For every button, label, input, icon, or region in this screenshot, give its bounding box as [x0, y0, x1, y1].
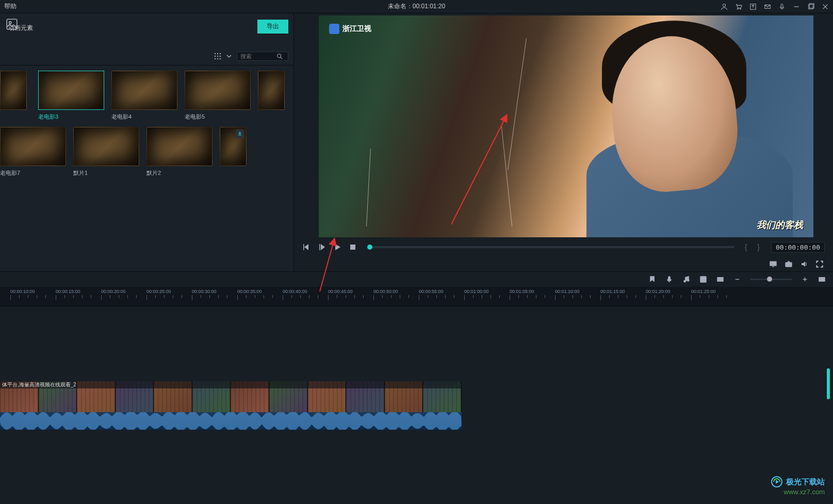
- timeline-tracks[interactable]: 体平台,海量高清视频在线观看_2: [0, 306, 833, 502]
- mark-brackets[interactable]: { }: [745, 243, 764, 251]
- effect-thumb[interactable]: [258, 71, 289, 121]
- svg-point-2: [740, 8, 741, 9]
- close-icon[interactable]: [822, 3, 829, 10]
- svg-rect-31: [819, 278, 825, 282]
- track-end-marker[interactable]: [827, 368, 830, 399]
- effects-grid: 老电影3老电影4老电影5老电影7默片1默片2: [0, 66, 293, 271]
- effect-thumb[interactable]: 老电影7: [0, 127, 66, 177]
- marker-icon[interactable]: [648, 275, 656, 283]
- ruler-label: 00:00:55:00: [419, 289, 444, 294]
- svg-point-28: [687, 280, 689, 282]
- zoom-out-icon[interactable]: [733, 275, 741, 283]
- audio-track[interactable]: [0, 412, 462, 430]
- play-icon[interactable]: [333, 243, 341, 251]
- effect-label: 默片2: [146, 169, 213, 177]
- preview-slider[interactable]: [367, 246, 734, 248]
- effect-label: 默片1: [73, 169, 139, 177]
- svg-rect-5: [781, 4, 783, 7]
- svg-point-19: [277, 54, 281, 58]
- preview-panel: 浙江卫视 我们的客栈 { } 00:00:00:00: [294, 13, 833, 271]
- menu-help[interactable]: 帮助: [4, 2, 17, 11]
- download-icon[interactable]: [236, 129, 244, 138]
- ruler-label: 00:01:25:00: [691, 289, 716, 294]
- ruler-label: 00:00:40:00: [283, 289, 307, 294]
- menubar: 帮助 未命名：00:01:01:20: [0, 0, 833, 13]
- ruler-label: 00:00:15:00: [56, 289, 80, 294]
- effect-thumb[interactable]: [0, 71, 31, 121]
- mail-icon[interactable]: [764, 3, 771, 10]
- user-icon[interactable]: [721, 3, 728, 10]
- cart-icon[interactable]: [735, 3, 742, 10]
- trim-icon[interactable]: [716, 275, 724, 283]
- minimize-icon[interactable]: [793, 3, 800, 10]
- sub-tab-animation[interactable]: 动画元素: [5, 24, 33, 32]
- export-button[interactable]: 导出: [257, 20, 288, 34]
- grid-view-icon[interactable]: [214, 53, 221, 60]
- effects-panel: 动画元素 导出 老电影3老电影4老电影5老电影7默片1默片2: [0, 13, 294, 271]
- timeline-toolbar: [0, 271, 833, 287]
- search-input[interactable]: [240, 53, 276, 59]
- volume-icon[interactable]: [800, 260, 808, 268]
- clip-title: 体平台,海量高清视频在线观看_2: [0, 381, 462, 388]
- svg-rect-20: [303, 244, 304, 250]
- svg-point-14: [217, 56, 218, 57]
- svg-rect-21: [319, 244, 320, 250]
- effect-label: 老电影3: [38, 113, 104, 121]
- svg-point-11: [217, 53, 218, 54]
- svg-point-27: [684, 280, 686, 282]
- show-logo: 我们的客栈: [757, 219, 803, 231]
- ruler-label: 00:01:15:00: [600, 289, 625, 294]
- mic-icon[interactable]: [778, 3, 786, 10]
- camera-icon[interactable]: [785, 260, 793, 268]
- svg-rect-30: [717, 278, 723, 282]
- svg-point-16: [215, 58, 216, 59]
- effect-thumb[interactable]: [220, 127, 251, 177]
- watermark: 极光下载站 www.xz7.com: [771, 476, 825, 496]
- effect-thumb[interactable]: 老电影3: [38, 71, 104, 121]
- effect-thumb[interactable]: 老电影4: [111, 71, 177, 121]
- preview-controls: { } 00:00:00:00: [298, 237, 829, 257]
- stop-icon[interactable]: [349, 243, 357, 251]
- zoom-slider[interactable]: [750, 279, 792, 280]
- ruler-label: 00:00:30:00: [192, 289, 217, 294]
- effect-label: 老电影5: [185, 113, 251, 121]
- search-input-wrap[interactable]: [237, 52, 288, 61]
- voiceover-icon[interactable]: [665, 275, 673, 283]
- svg-point-17: [217, 58, 218, 59]
- effect-thumb[interactable]: 默片1: [73, 127, 139, 177]
- share-icon[interactable]: [749, 3, 757, 10]
- ruler-label: 00:00:35:00: [237, 289, 262, 294]
- ruler-label: 00:01:00:00: [464, 289, 489, 294]
- effect-thumb[interactable]: 老电影5: [185, 71, 251, 121]
- svg-point-18: [220, 58, 221, 59]
- ruler-label: 00:00:25:00: [146, 289, 171, 294]
- play-start-icon[interactable]: [318, 243, 326, 251]
- maximize-icon[interactable]: [807, 3, 814, 10]
- svg-point-15: [220, 56, 221, 57]
- svg-point-12: [220, 53, 221, 54]
- svg-rect-23: [770, 262, 776, 266]
- prev-frame-icon[interactable]: [302, 243, 311, 251]
- preview-video[interactable]: 浙江卫视 我们的客栈: [319, 15, 813, 237]
- search-icon[interactable]: [276, 53, 283, 59]
- zoom-in-icon[interactable]: [801, 275, 809, 283]
- music-icon[interactable]: [682, 275, 690, 283]
- svg-point-1: [737, 8, 738, 9]
- chevron-down-icon[interactable]: [225, 53, 233, 60]
- ruler-label: 00:01:10:00: [555, 289, 580, 294]
- ruler-label: 00:01:20:00: [646, 289, 671, 294]
- effect-label: 老电影7: [0, 169, 66, 177]
- ruler-label: 00:00:50:00: [373, 289, 398, 294]
- ruler-label: 00:00:20:00: [101, 289, 126, 294]
- ruler-label: 00:01:05:00: [510, 289, 534, 294]
- timeline-ruler[interactable]: 00:00:10:0000:00:15:0000:00:20:0000:00:2…: [0, 287, 833, 306]
- fit-icon[interactable]: [818, 275, 826, 283]
- ruler-label: 00:00:10:00: [10, 289, 35, 294]
- svg-point-25: [788, 264, 790, 266]
- project-title: 未命名：00:01:01:20: [388, 2, 445, 11]
- fullscreen-icon[interactable]: [815, 260, 824, 268]
- video-track[interactable]: 体平台,海量高清视频在线观看_2: [0, 381, 462, 412]
- effect-thumb[interactable]: 默片2: [146, 127, 213, 177]
- monitor-icon[interactable]: [769, 260, 777, 268]
- adjust-icon[interactable]: [699, 275, 707, 283]
